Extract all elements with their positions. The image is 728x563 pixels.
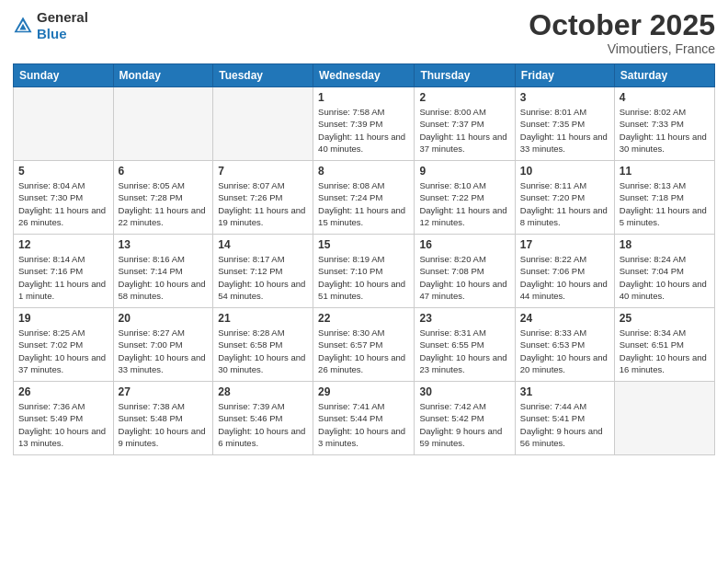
day-number: 30 [419, 385, 509, 398]
day-info: Sunrise: 8:05 AM Sunset: 7:28 PM Dayligh… [119, 179, 209, 228]
day-number: 11 [620, 165, 710, 178]
day-info: Sunrise: 8:00 AM Sunset: 7:37 PM Dayligh… [419, 106, 509, 155]
day-number: 28 [218, 385, 308, 398]
calendar-cell [113, 87, 213, 161]
day-info: Sunrise: 8:20 AM Sunset: 7:08 PM Dayligh… [419, 253, 509, 302]
calendar-cell: 6Sunrise: 8:05 AM Sunset: 7:28 PM Daylig… [113, 161, 213, 235]
day-number: 22 [318, 312, 409, 325]
calendar-week-row: 26Sunrise: 7:36 AM Sunset: 5:49 PM Dayli… [14, 382, 715, 455]
day-info: Sunrise: 7:39 AM Sunset: 5:46 PM Dayligh… [218, 400, 308, 449]
day-info: Sunrise: 7:42 AM Sunset: 5:42 PM Dayligh… [419, 400, 509, 449]
day-number: 23 [419, 312, 509, 325]
day-number: 25 [620, 312, 710, 325]
calendar-day-header: Monday [113, 64, 213, 87]
calendar-day-header: Wednesday [313, 64, 415, 87]
calendar-cell: 16Sunrise: 8:20 AM Sunset: 7:08 PM Dayli… [415, 235, 515, 308]
day-number: 18 [620, 238, 710, 251]
calendar-week-row: 12Sunrise: 8:14 AM Sunset: 7:16 PM Dayli… [14, 235, 715, 308]
day-info: Sunrise: 8:04 AM Sunset: 7:30 PM Dayligh… [18, 179, 108, 228]
day-info: Sunrise: 8:25 AM Sunset: 7:02 PM Dayligh… [18, 327, 108, 375]
logo-blue: Blue [37, 26, 88, 42]
calendar-cell: 22Sunrise: 8:30 AM Sunset: 6:57 PM Dayli… [313, 308, 415, 382]
day-info: Sunrise: 8:02 AM Sunset: 7:33 PM Dayligh… [620, 106, 710, 155]
calendar-day-header: Saturday [614, 64, 714, 87]
day-info: Sunrise: 8:16 AM Sunset: 7:14 PM Dayligh… [119, 253, 209, 302]
title-block: October 2025 Vimoutiers, France [529, 9, 715, 56]
calendar-cell: 20Sunrise: 8:27 AM Sunset: 7:00 PM Dayli… [113, 308, 213, 382]
day-number: 21 [218, 312, 308, 325]
calendar-cell: 8Sunrise: 8:08 AM Sunset: 7:24 PM Daylig… [313, 161, 415, 235]
calendar-cell [213, 87, 313, 161]
day-info: Sunrise: 8:33 AM Sunset: 6:53 PM Dayligh… [520, 327, 609, 375]
calendar-day-header: Thursday [415, 64, 515, 87]
day-info: Sunrise: 8:24 AM Sunset: 7:04 PM Dayligh… [620, 253, 710, 302]
calendar-cell: 23Sunrise: 8:31 AM Sunset: 6:55 PM Dayli… [415, 308, 515, 382]
day-number: 6 [119, 165, 209, 178]
calendar-cell: 5Sunrise: 8:04 AM Sunset: 7:30 PM Daylig… [14, 161, 114, 235]
calendar-cell: 4Sunrise: 8:02 AM Sunset: 7:33 PM Daylig… [614, 87, 714, 161]
logo-general: General [37, 9, 88, 26]
day-info: Sunrise: 8:31 AM Sunset: 6:55 PM Dayligh… [419, 327, 509, 375]
day-info: Sunrise: 7:41 AM Sunset: 5:44 PM Dayligh… [318, 400, 409, 449]
day-info: Sunrise: 7:38 AM Sunset: 5:48 PM Dayligh… [119, 400, 209, 449]
calendar-cell: 28Sunrise: 7:39 AM Sunset: 5:46 PM Dayli… [213, 382, 313, 455]
calendar-cell: 25Sunrise: 8:34 AM Sunset: 6:51 PM Dayli… [614, 308, 714, 382]
calendar-cell: 18Sunrise: 8:24 AM Sunset: 7:04 PM Dayli… [614, 235, 714, 308]
day-number: 5 [18, 165, 108, 178]
day-info: Sunrise: 7:44 AM Sunset: 5:41 PM Dayligh… [520, 400, 609, 449]
day-info: Sunrise: 7:58 AM Sunset: 7:39 PM Dayligh… [318, 106, 409, 155]
header: General Blue October 2025 Vimoutiers, Fr… [13, 9, 715, 56]
day-number: 29 [318, 385, 409, 398]
day-info: Sunrise: 8:30 AM Sunset: 6:57 PM Dayligh… [318, 327, 409, 375]
calendar-cell: 17Sunrise: 8:22 AM Sunset: 7:06 PM Dayli… [515, 235, 614, 308]
day-number: 27 [119, 385, 209, 398]
day-info: Sunrise: 8:28 AM Sunset: 6:58 PM Dayligh… [218, 327, 308, 375]
calendar-header-row: SundayMondayTuesdayWednesdayThursdayFrid… [14, 64, 715, 87]
logo: General Blue [13, 9, 88, 42]
day-number: 20 [119, 312, 209, 325]
calendar-day-header: Tuesday [213, 64, 313, 87]
day-info: Sunrise: 8:22 AM Sunset: 7:06 PM Dayligh… [520, 253, 609, 302]
day-number: 17 [520, 238, 609, 251]
day-info: Sunrise: 8:13 AM Sunset: 7:18 PM Dayligh… [620, 179, 710, 228]
calendar-cell: 13Sunrise: 8:16 AM Sunset: 7:14 PM Dayli… [113, 235, 213, 308]
calendar-week-row: 5Sunrise: 8:04 AM Sunset: 7:30 PM Daylig… [14, 161, 715, 235]
day-info: Sunrise: 8:34 AM Sunset: 6:51 PM Dayligh… [620, 327, 710, 375]
calendar-cell [614, 382, 714, 455]
page: General Blue October 2025 Vimoutiers, Fr… [0, 0, 728, 563]
calendar-day-header: Friday [515, 64, 614, 87]
day-info: Sunrise: 8:19 AM Sunset: 7:10 PM Dayligh… [318, 253, 409, 302]
calendar-week-row: 19Sunrise: 8:25 AM Sunset: 7:02 PM Dayli… [14, 308, 715, 382]
day-number: 3 [520, 91, 609, 104]
calendar-cell: 30Sunrise: 7:42 AM Sunset: 5:42 PM Dayli… [415, 382, 515, 455]
calendar-cell: 26Sunrise: 7:36 AM Sunset: 5:49 PM Dayli… [14, 382, 114, 455]
day-info: Sunrise: 8:01 AM Sunset: 7:35 PM Dayligh… [520, 106, 609, 155]
calendar-cell: 9Sunrise: 8:10 AM Sunset: 7:22 PM Daylig… [415, 161, 515, 235]
day-number: 13 [119, 238, 209, 251]
calendar-cell: 29Sunrise: 7:41 AM Sunset: 5:44 PM Dayli… [313, 382, 415, 455]
calendar-cell: 10Sunrise: 8:11 AM Sunset: 7:20 PM Dayli… [515, 161, 614, 235]
calendar-cell: 11Sunrise: 8:13 AM Sunset: 7:18 PM Dayli… [614, 161, 714, 235]
day-number: 10 [520, 165, 609, 178]
calendar-cell: 19Sunrise: 8:25 AM Sunset: 7:02 PM Dayli… [14, 308, 114, 382]
calendar-table: SundayMondayTuesdayWednesdayThursdayFrid… [13, 63, 715, 455]
day-number: 16 [419, 238, 509, 251]
calendar-cell: 2Sunrise: 8:00 AM Sunset: 7:37 PM Daylig… [415, 87, 515, 161]
calendar-cell: 31Sunrise: 7:44 AM Sunset: 5:41 PM Dayli… [515, 382, 614, 455]
day-info: Sunrise: 8:17 AM Sunset: 7:12 PM Dayligh… [218, 253, 308, 302]
day-number: 7 [218, 165, 308, 178]
day-number: 4 [620, 91, 710, 104]
calendar-week-row: 1Sunrise: 7:58 AM Sunset: 7:39 PM Daylig… [14, 87, 715, 161]
location: Vimoutiers, France [529, 41, 715, 56]
calendar-cell: 3Sunrise: 8:01 AM Sunset: 7:35 PM Daylig… [515, 87, 614, 161]
calendar-cell: 21Sunrise: 8:28 AM Sunset: 6:58 PM Dayli… [213, 308, 313, 382]
day-number: 19 [18, 312, 108, 325]
day-info: Sunrise: 8:08 AM Sunset: 7:24 PM Dayligh… [318, 179, 409, 228]
day-number: 26 [18, 385, 108, 398]
day-number: 12 [18, 238, 108, 251]
day-info: Sunrise: 8:07 AM Sunset: 7:26 PM Dayligh… [218, 179, 308, 228]
day-number: 15 [318, 238, 409, 251]
day-number: 2 [419, 91, 509, 104]
day-number: 1 [318, 91, 409, 104]
day-number: 24 [520, 312, 609, 325]
